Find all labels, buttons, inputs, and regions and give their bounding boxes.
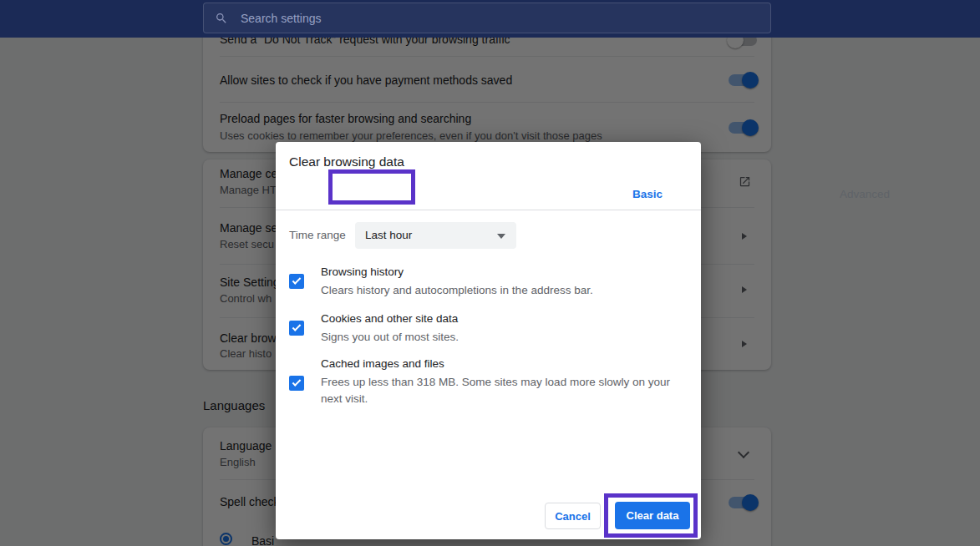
checkbox-browsing-history[interactable] (289, 274, 304, 289)
tab-basic[interactable]: Basic (606, 188, 689, 200)
search-icon (215, 12, 228, 25)
checkmark-icon (292, 276, 302, 285)
highlight-box-clear-data-button (604, 493, 698, 538)
checkmark-icon (292, 322, 302, 331)
time-range-value: Last hour (365, 229, 412, 241)
dialog-title: Clear browsing data (289, 154, 404, 169)
clear-browsing-data-dialog: Clear browsing data Basic Advanced Time … (276, 142, 701, 539)
browsing-history-description: Clears history and autocompletions in th… (321, 282, 693, 299)
search-settings-input[interactable] (241, 12, 770, 25)
cached-images-label: Cached images and files (321, 357, 444, 370)
cancel-button[interactable]: Cancel (545, 503, 601, 529)
time-range-label: Time range (289, 229, 346, 241)
chrome-settings-page: Send a “Do Not Track” request with your … (0, 0, 980, 546)
dropdown-caret-icon (497, 234, 505, 239)
checkbox-cached-images[interactable] (289, 376, 304, 391)
browsing-history-label: Browsing history (321, 265, 404, 278)
settings-header (0, 0, 980, 38)
search-field[interactable] (203, 3, 771, 33)
highlight-box-basic-tab (328, 169, 415, 205)
time-range-select[interactable]: Last hour (355, 222, 516, 249)
cached-images-description: Frees up less than 318 MB. Some sites ma… (321, 374, 693, 407)
cookies-description: Signs you out of most sites. (321, 329, 693, 346)
tab-advanced[interactable]: Advanced (802, 188, 927, 200)
cookies-label: Cookies and other site data (321, 312, 458, 325)
checkmark-icon (292, 377, 302, 387)
checkbox-cookies[interactable] (289, 321, 304, 336)
tabs-divider (276, 210, 701, 210)
